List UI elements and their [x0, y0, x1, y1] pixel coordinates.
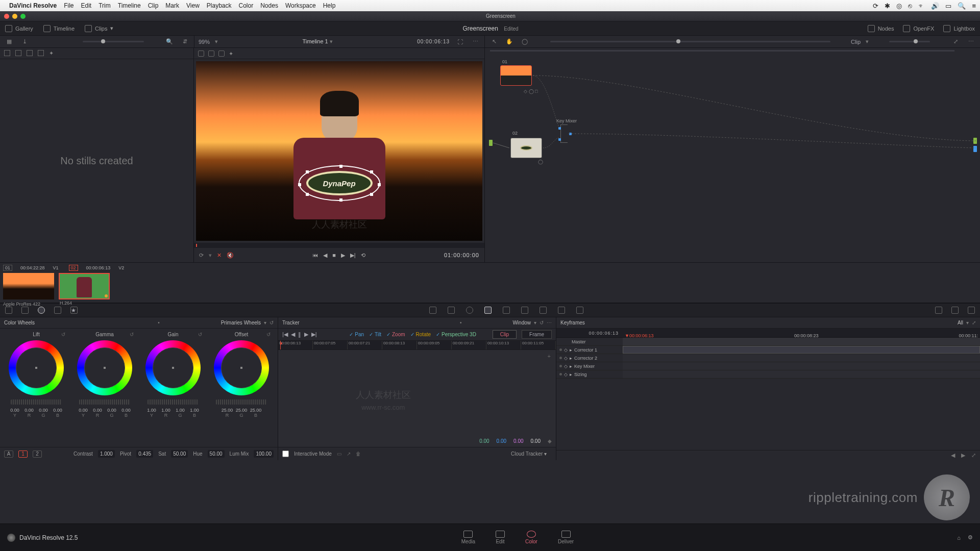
prev-frame-button[interactable]: ◀: [323, 252, 327, 259]
gamma-jog[interactable]: [79, 399, 130, 405]
gain-g[interactable]: 1.00: [174, 408, 186, 413]
gain-wheel[interactable]: [145, 340, 201, 395]
next-frame-button[interactable]: ▶|: [350, 252, 356, 259]
qualifier-icon[interactable]: [448, 307, 455, 314]
project-settings-icon[interactable]: ⚙: [968, 534, 973, 541]
lummix-value[interactable]: 100.00: [254, 450, 274, 458]
menu-workspace[interactable]: Workspace: [285, 2, 316, 9]
menu-mark[interactable]: Mark: [165, 2, 179, 9]
zoom-value-dropdown[interactable]: 99%: [199, 39, 210, 45]
perspective-checkbox[interactable]: ✓Perspective 3D: [436, 332, 476, 337]
lift-r[interactable]: 0.00: [23, 408, 35, 413]
gamma-reset-icon[interactable]: ↺: [130, 332, 134, 337]
color-match-icon[interactable]: [21, 307, 29, 314]
sort-icon[interactable]: ⇵: [180, 37, 190, 47]
clip-2-thumb[interactable]: H.264: [59, 273, 110, 299]
menu-timeline[interactable]: Timeline: [118, 2, 141, 9]
zoom-window-button[interactable]: [20, 14, 26, 19]
track-rev-button[interactable]: ◀: [291, 331, 295, 338]
battery-icon[interactable]: ▭: [945, 2, 951, 10]
hand-icon[interactable]: ✋: [504, 37, 514, 47]
menu-view[interactable]: View: [186, 2, 200, 9]
menu-nodes[interactable]: Nodes: [260, 2, 278, 9]
wand-icon[interactable]: ✦: [49, 50, 55, 56]
menu-color[interactable]: Color: [239, 2, 254, 9]
lift-b[interactable]: 0.00: [52, 408, 64, 413]
track-fwd-one-button[interactable]: ▶|: [311, 331, 317, 338]
page-a-button[interactable]: A: [4, 450, 13, 458]
node-mini-slider[interactable]: [490, 50, 954, 52]
graph-output-alpha[interactable]: [973, 146, 977, 152]
mute-icon[interactable]: 🔇: [227, 252, 234, 259]
menu-trim[interactable]: Trim: [99, 2, 111, 9]
export-icon[interactable]: ⤓: [19, 37, 30, 47]
search-icon[interactable]: 🔍: [164, 37, 175, 47]
view-icon[interactable]: [15, 50, 21, 56]
status-icon[interactable]: ⎋: [908, 2, 912, 10]
expand-icon[interactable]: ⤢: [950, 37, 961, 47]
timeline-name-dropdown[interactable]: Timeline 1: [302, 38, 328, 44]
key-icon[interactable]: [521, 307, 528, 314]
status-icon[interactable]: ◎: [896, 2, 902, 10]
frame-mode-button[interactable]: Frame: [522, 330, 552, 339]
first-frame-button[interactable]: ⏮: [312, 252, 318, 258]
interactive-mode-checkbox[interactable]: [282, 450, 289, 457]
pivot-value[interactable]: 0.435: [136, 450, 153, 458]
tracker-graph[interactable]: + 0.00 0.00 0.00 0.00 ◆ 人人素材社区 www.rr-sc…: [278, 350, 556, 447]
gain-r[interactable]: 1.00: [160, 408, 172, 413]
tracker-more-icon[interactable]: ⋯: [547, 320, 552, 325]
kf-zoom-icon[interactable]: ⤢: [971, 452, 976, 459]
node-02[interactable]: [510, 138, 542, 158]
keyframe-auto-icon[interactable]: [935, 307, 942, 314]
kf-row-sizing[interactable]: ◇▸Sizing: [556, 370, 980, 379]
track-rev-one-button[interactable]: |◀: [282, 331, 288, 338]
key-mixer-node[interactable]: [560, 124, 568, 143]
menu-help[interactable]: Help: [323, 2, 336, 9]
view-icon[interactable]: [4, 50, 10, 56]
wheels-mode-dropdown[interactable]: Primaries Wheels: [221, 320, 261, 325]
node-zoom-slider[interactable]: [550, 41, 830, 42]
sizing-icon[interactable]: [540, 307, 547, 314]
more-icon[interactable]: ⋯: [470, 37, 480, 47]
track-fwd-button[interactable]: ▶: [304, 331, 308, 338]
keyframes-expand-icon[interactable]: ⤢: [972, 320, 976, 325]
clips-button[interactable]: Clips▾: [85, 25, 113, 32]
clip-opacity-slider[interactable]: [889, 41, 930, 42]
viewer-scrubber[interactable]: [194, 243, 484, 248]
overlay-icon[interactable]: [208, 51, 214, 57]
bypass-icon[interactable]: ✕: [217, 252, 222, 259]
menu-icon[interactable]: ≡: [972, 2, 976, 10]
group-1-button[interactable]: 1: [18, 450, 28, 458]
node-01[interactable]: [500, 65, 532, 86]
pan-checkbox[interactable]: ✓Pan: [349, 332, 364, 337]
zoom-checkbox[interactable]: ✓Zoom: [386, 332, 405, 337]
more-icon[interactable]: ⋯: [966, 37, 976, 47]
crop-icon[interactable]: ◯: [520, 37, 530, 47]
volume-icon[interactable]: 🔊: [931, 2, 939, 10]
clip-1-thumb[interactable]: Apple ProRes 422: [3, 273, 54, 299]
node-graph-panel[interactable]: 01 ◇ ◯ □ 02 ◯ Key Mixer: [485, 48, 980, 262]
wheels-reset-icon[interactable]: ↺: [270, 320, 274, 325]
page-color[interactable]: Color: [525, 531, 537, 544]
search-icon[interactable]: 🔍: [958, 2, 966, 10]
tracker-mode-dropdown[interactable]: Window: [512, 320, 531, 325]
tilt-checkbox[interactable]: ✓Tilt: [369, 332, 381, 337]
log-icon[interactable]: [54, 307, 61, 314]
openfx-button[interactable]: OpenFX: [903, 25, 934, 32]
offset-reset-icon[interactable]: ↺: [266, 332, 271, 337]
lift-g[interactable]: 0.00: [37, 408, 50, 413]
nodes-button[interactable]: Nodes: [868, 25, 894, 32]
stop-button[interactable]: ■: [332, 252, 336, 258]
grid-icon[interactable]: ▦: [4, 37, 14, 47]
hue-value[interactable]: 50.00: [208, 450, 225, 458]
wifi-icon[interactable]: ᯤ: [918, 2, 925, 10]
graph-output-rgb[interactable]: [973, 138, 977, 144]
menu-file[interactable]: File: [64, 2, 74, 9]
tracker-icon[interactable]: [484, 307, 492, 314]
kf-row-corrector2[interactable]: ◇▸Corrector 2: [556, 354, 980, 362]
lift-y[interactable]: 0.00: [9, 408, 21, 413]
page-edit[interactable]: Edit: [496, 531, 505, 544]
clip-dropdown[interactable]: Clip: [851, 39, 861, 45]
tracker-dot-icon[interactable]: •: [460, 320, 462, 325]
keyframes-filter-dropdown[interactable]: All: [958, 320, 963, 325]
